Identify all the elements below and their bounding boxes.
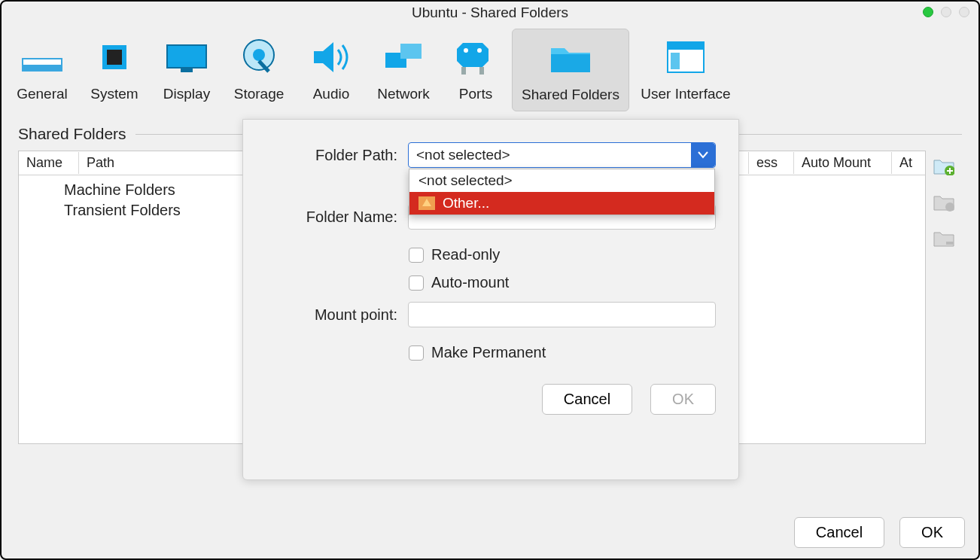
- tab-label: Storage: [234, 86, 285, 102]
- traffic-light-green[interactable]: [923, 7, 933, 17]
- window-controls: [923, 7, 969, 17]
- auto-mount-label: Auto-mount: [431, 274, 509, 291]
- dialog-cancel-button[interactable]: Cancel: [542, 384, 632, 415]
- folder-path-select[interactable]: <not selected> <not selected> Other...: [408, 142, 716, 168]
- user-interface-icon: [662, 33, 710, 81]
- tab-label: Audio: [313, 86, 350, 102]
- chevron-down-icon[interactable]: [691, 143, 715, 167]
- tab-label: System: [90, 86, 138, 102]
- tab-label: Network: [377, 86, 430, 102]
- auto-mount-checkbox[interactable]: [409, 275, 424, 291]
- svg-rect-14: [461, 67, 466, 75]
- shared-folders-icon: [546, 34, 595, 82]
- option-label: <not selected>: [418, 172, 513, 189]
- network-icon: [379, 33, 428, 81]
- svg-rect-4: [167, 45, 206, 68]
- tab-ports[interactable]: Ports: [440, 29, 512, 110]
- tab-label: Display: [163, 86, 210, 102]
- window-title: Ubuntu - Shared Folders: [412, 5, 568, 21]
- add-folder-button[interactable]: [932, 154, 956, 178]
- svg-rect-18: [668, 42, 704, 50]
- col-at[interactable]: At: [892, 152, 925, 174]
- tab-label: Shared Folders: [522, 87, 619, 103]
- svg-rect-5: [181, 68, 193, 72]
- window-footer: Cancel OK: [794, 517, 965, 548]
- tab-user-interface[interactable]: User Interface: [629, 29, 742, 110]
- option-label: Other...: [443, 195, 489, 212]
- make-permanent-label: Make Permanent: [431, 344, 546, 361]
- tab-storage[interactable]: Storage: [223, 29, 295, 110]
- table-action-buttons: [932, 151, 962, 444]
- dropdown-option-not-selected[interactable]: <not selected>: [409, 169, 714, 192]
- dialog-ok-button[interactable]: OK: [650, 384, 716, 415]
- svg-rect-10: [400, 44, 422, 59]
- tab-system[interactable]: System: [78, 29, 151, 110]
- folder-name-label: Folder Name:: [266, 208, 397, 226]
- mount-point-label: Mount point:: [266, 306, 397, 324]
- system-icon: [90, 33, 138, 81]
- settings-window: Ubuntu - Shared Folders General System D…: [0, 0, 980, 560]
- mount-point-input[interactable]: [408, 302, 716, 327]
- section-title: Shared Folders: [18, 125, 126, 143]
- settings-toolbar: General System Display Storage Audio: [2, 24, 978, 111]
- col-name[interactable]: Name: [19, 152, 79, 174]
- tab-display[interactable]: Display: [151, 29, 223, 110]
- tab-label: General: [17, 86, 68, 102]
- ok-button[interactable]: OK: [899, 517, 965, 548]
- read-only-label: Read-only: [431, 246, 500, 263]
- add-share-dialog: Folder Path: <not selected> <not selecte…: [242, 119, 739, 480]
- read-only-checkbox[interactable]: [409, 248, 424, 263]
- svg-point-21: [945, 202, 954, 212]
- tab-general[interactable]: General: [6, 29, 78, 110]
- traffic-light-3[interactable]: [959, 7, 969, 17]
- tab-label: Ports: [459, 86, 492, 102]
- svg-rect-1: [23, 65, 62, 71]
- folder-path-dropdown: <not selected> Other...: [409, 169, 715, 215]
- make-permanent-checkbox[interactable]: [409, 345, 424, 361]
- svg-point-12: [464, 48, 468, 53]
- svg-rect-16: [551, 54, 590, 72]
- audio-icon: [307, 33, 355, 81]
- ports-icon: [452, 33, 500, 81]
- traffic-light-2[interactable]: [941, 7, 951, 17]
- svg-rect-22: [946, 242, 954, 245]
- remove-folder-button[interactable]: [932, 226, 956, 250]
- col-auto-mount[interactable]: Auto Mount: [794, 152, 892, 174]
- col-ess[interactable]: ess: [749, 152, 794, 174]
- svg-rect-15: [479, 67, 484, 75]
- svg-marker-11: [457, 43, 488, 67]
- dropdown-option-other[interactable]: Other...: [409, 192, 714, 215]
- titlebar: Ubuntu - Shared Folders: [2, 2, 978, 24]
- edit-folder-button[interactable]: [932, 190, 956, 214]
- svg-point-13: [477, 48, 482, 53]
- storage-icon: [235, 33, 283, 81]
- folder-path-label: Folder Path:: [266, 147, 397, 164]
- svg-rect-3: [107, 50, 122, 65]
- tab-audio[interactable]: Audio: [295, 29, 367, 110]
- folder-icon: [418, 196, 435, 210]
- svg-point-7: [253, 49, 265, 61]
- svg-marker-8: [314, 42, 333, 72]
- display-icon: [163, 33, 211, 81]
- tab-shared-folders[interactable]: Shared Folders: [512, 29, 629, 111]
- tab-network[interactable]: Network: [367, 29, 440, 110]
- general-icon: [18, 33, 66, 81]
- select-value: <not selected>: [409, 147, 518, 163]
- svg-rect-19: [671, 53, 680, 69]
- cancel-button[interactable]: Cancel: [794, 517, 884, 548]
- tab-label: User Interface: [641, 86, 730, 102]
